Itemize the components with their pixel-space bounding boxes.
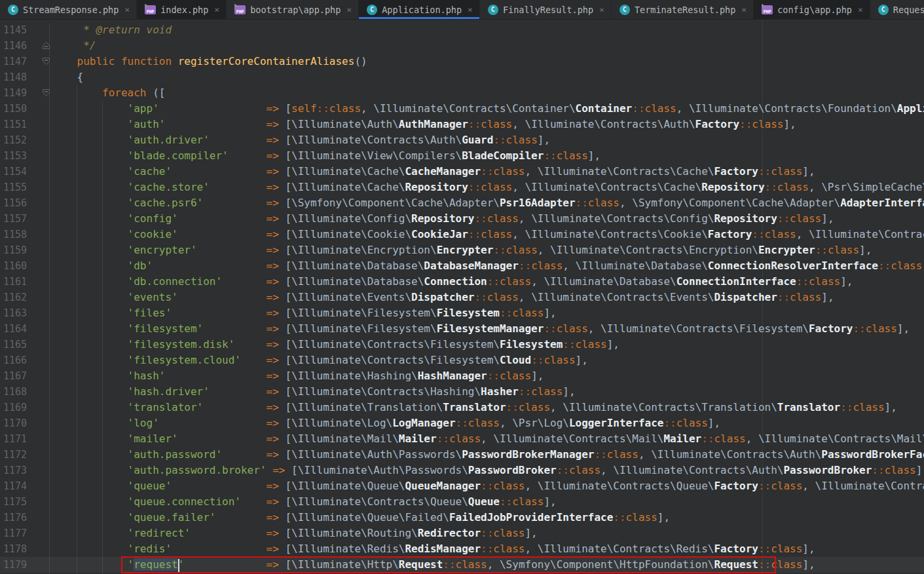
code-line-text[interactable]: 'db.connection' => [\Illuminate\Database… — [52, 274, 924, 290]
line-number[interactable]: 1175 — [0, 494, 52, 510]
code-line-text[interactable]: 'blade.compiler' => [\Illuminate\View\Co… — [52, 148, 924, 164]
line-number[interactable]: 1150 — [0, 101, 52, 117]
code-line: 1153 'blade.compiler' => [\Illuminate\Vi… — [0, 148, 924, 164]
line-number[interactable]: 1156 — [0, 195, 52, 211]
line-number[interactable]: 1166 — [0, 353, 52, 368]
code-line-text[interactable]: 'log' => [\Illuminate\Log\LogManager::cl… — [52, 415, 924, 431]
close-icon[interactable]: × — [346, 5, 352, 14]
line-number[interactable]: 1148 — [0, 69, 52, 85]
tab-config-app-php[interactable]: PHPconfig\app.php× — [754, 0, 870, 19]
line-number[interactable]: 1172 — [0, 447, 52, 463]
code-line-text[interactable]: foreach ([ — [52, 85, 924, 101]
line-number[interactable]: 1174 — [0, 478, 52, 494]
code-line-text[interactable]: 'cache.store' => [\Illuminate\Cache\Repo… — [52, 180, 924, 195]
line-number[interactable]: 1179 — [0, 557, 52, 573]
code-editor-area[interactable]: 1145 * @return void1146 */1147 public fu… — [0, 20, 924, 574]
line-number[interactable]: 1158 — [0, 227, 52, 242]
code-line-text[interactable]: 'hash.driver' => [\Illuminate\Contracts\… — [52, 384, 924, 400]
line-number[interactable]: 1167 — [0, 368, 52, 384]
code-line-text[interactable]: * @return void — [52, 22, 924, 38]
fold-marker-icon[interactable] — [42, 88, 50, 97]
code-line-text[interactable]: { — [52, 69, 924, 85]
line-number[interactable]: 1160 — [0, 258, 52, 274]
line-number[interactable]: 1169 — [0, 400, 52, 415]
line-number[interactable]: 1151 — [0, 117, 52, 132]
code-line-text[interactable]: 'config' => [\Illuminate\Config\Reposito… — [52, 211, 924, 227]
code-line: 1164 'filesystem' => [\Illuminate\Filesy… — [0, 321, 924, 337]
tab-index-php[interactable]: PHPindex.php× — [137, 0, 227, 19]
class-icon: C — [8, 5, 18, 15]
close-icon[interactable]: × — [599, 5, 604, 14]
code-line-text[interactable]: 'filesystem.cloud' => [\Illuminate\Contr… — [52, 353, 924, 368]
fold-marker-icon[interactable] — [42, 41, 50, 50]
code-line: 1162 'events' => [\Illuminate\Events\Dis… — [0, 290, 924, 305]
line-number[interactable]: 1161 — [0, 274, 52, 290]
code-line-text[interactable]: 'queue' => [\Illuminate\Queue\QueueManag… — [52, 478, 924, 494]
tab-application-php[interactable]: CApplication.php× — [359, 0, 480, 19]
line-number[interactable]: 1168 — [0, 384, 52, 400]
line-number[interactable]: 1152 — [0, 132, 52, 148]
code-line-text[interactable]: 'mailer' => [\Illuminate\Mail\Mailer::cl… — [52, 431, 924, 447]
close-icon[interactable]: × — [468, 5, 473, 14]
code-line: 1146 */ — [0, 38, 924, 54]
line-number[interactable]: 1171 — [0, 431, 52, 447]
code-line-text[interactable]: 'filesystem' => [\Illuminate\Filesystem\… — [52, 321, 924, 337]
line-number[interactable]: 1162 — [0, 290, 52, 305]
line-number[interactable]: 1178 — [0, 541, 52, 557]
line-number[interactable]: 1173 — [0, 463, 52, 478]
code-line-text[interactable]: 'auth.password' => [\Illuminate\Auth\Pas… — [52, 447, 924, 463]
line-number[interactable]: 1170 — [0, 415, 52, 431]
close-icon[interactable]: × — [858, 5, 863, 14]
class-icon: C — [367, 5, 377, 15]
line-number[interactable]: 1145 — [0, 22, 52, 38]
line-number[interactable]: 1159 — [0, 242, 52, 258]
code-line-text[interactable]: 'db' => [\Illuminate\Database\DatabaseMa… — [52, 258, 924, 274]
code-line-text[interactable]: 'redirect' => [\Illuminate\Routing\Redir… — [52, 526, 924, 541]
line-number[interactable]: 1165 — [0, 337, 52, 353]
code-line-text[interactable]: 'request' => [\Illuminate\Http\Request::… — [52, 557, 924, 573]
code-line-text[interactable]: 'files' => [\Illuminate\Filesystem\Files… — [52, 305, 924, 321]
code-line-text[interactable]: 'queue.connection' => [\Illuminate\Contr… — [52, 494, 924, 510]
code-line-text[interactable]: 'auth.driver' => [\Illuminate\Contracts\… — [52, 132, 924, 148]
code-line: 1173 'auth.password.broker' => [\Illumin… — [0, 463, 924, 478]
class-icon: C — [619, 5, 630, 15]
tab-finallyresult-php[interactable]: CFinallyResult.php× — [480, 0, 612, 19]
code-line-text[interactable]: 'redis' => [\Illuminate\Redis\RedisManag… — [52, 541, 924, 557]
code-line-text[interactable]: 'translator' => [\Illuminate\Translation… — [52, 400, 924, 415]
selected-text: request — [134, 558, 177, 571]
tab-streamresponse-php[interactable]: CStreamResponse.php× — [0, 0, 137, 19]
tab-terminateresult-php[interactable]: CTerminateResult.php× — [612, 0, 754, 19]
line-number[interactable]: 1155 — [0, 180, 52, 195]
code-line-text[interactable]: 'auth' => [\Illuminate\Auth\AuthManager:… — [52, 117, 924, 132]
tab-bootstrap-app-php[interactable]: PHPbootstrap\app.php× — [227, 0, 359, 19]
line-number[interactable]: 1176 — [0, 510, 52, 526]
code-line-text[interactable]: 'cache.psr6' => [\Symfony\Component\Cach… — [52, 195, 924, 211]
line-number[interactable]: 1157 — [0, 211, 52, 227]
close-icon[interactable]: × — [741, 5, 747, 14]
code-line: 1172 'auth.password' => [\Illuminate\Aut… — [0, 447, 924, 463]
line-number[interactable]: 1154 — [0, 164, 52, 180]
code-line: 1152 'auth.driver' => [\Illuminate\Contr… — [0, 132, 924, 148]
tab-request-php[interactable]: CRequest.php× — [870, 0, 924, 19]
code-line: 1161 'db.connection' => [\Illuminate\Dat… — [0, 274, 924, 290]
code-line-text[interactable]: 'encrypter' => [\Illuminate\Encryption\E… — [52, 242, 924, 258]
code-line-text[interactable]: 'app' => [self::class, \Illuminate\Contr… — [52, 101, 924, 117]
code-line-text[interactable]: public function registerCoreContainerAli… — [52, 54, 924, 69]
line-number[interactable]: 1177 — [0, 526, 52, 541]
code-line-text[interactable]: 'hash' => [\Illuminate\Hashing\HashManag… — [52, 368, 924, 384]
line-number[interactable]: 1164 — [0, 321, 52, 337]
code-lines: 1145 * @return void1146 */1147 public fu… — [0, 22, 924, 573]
code-line-text[interactable]: 'cookie' => [\Illuminate\Cookie\CookieJa… — [52, 227, 924, 242]
close-icon[interactable]: × — [214, 5, 219, 14]
code-line-text[interactable]: 'cache' => [\Illuminate\Cache\CacheManag… — [52, 164, 924, 180]
line-number[interactable]: 1163 — [0, 305, 52, 321]
code-line-text[interactable]: 'events' => [\Illuminate\Events\Dispatch… — [52, 290, 924, 305]
code-line-text[interactable]: */ — [52, 38, 924, 54]
close-icon[interactable]: × — [124, 5, 130, 14]
code-line-text[interactable]: 'queue.failer' => [\Illuminate\Queue\Fai… — [52, 510, 924, 526]
code-line: 1167 'hash' => [\Illuminate\Hashing\Hash… — [0, 368, 924, 384]
code-line-text[interactable]: 'auth.password.broker' => [\Illuminate\A… — [52, 463, 924, 478]
code-line-text[interactable]: 'filesystem.disk' => [\Illuminate\Contra… — [52, 337, 924, 353]
fold-marker-icon[interactable] — [42, 57, 50, 66]
line-number[interactable]: 1153 — [0, 148, 52, 164]
